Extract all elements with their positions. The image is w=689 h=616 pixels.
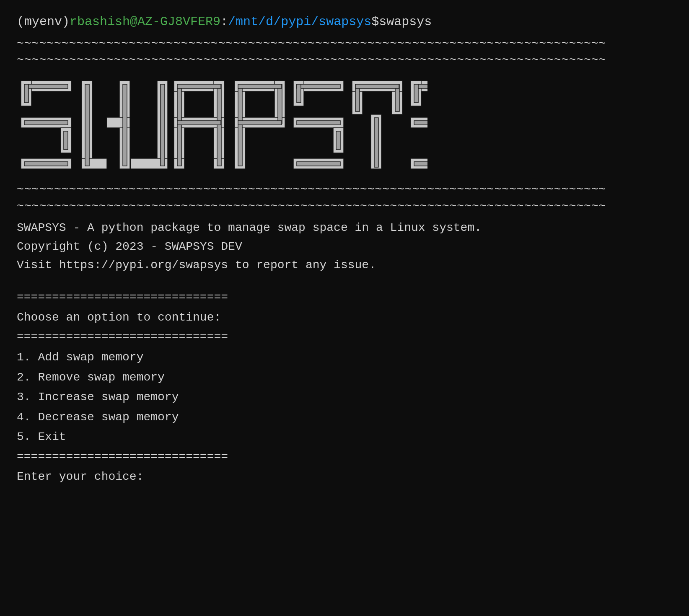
menu-title: Choose an option to continue: <box>17 308 672 328</box>
menu-item-1: 1. Add swap memory <box>17 347 672 368</box>
svg-rect-62 <box>414 121 427 125</box>
menu-item-2: 2. Remove swap memory <box>17 368 672 388</box>
menu-item-3: 3. Increase swap memory <box>17 387 672 407</box>
svg-rect-53 <box>355 84 399 88</box>
svg-rect-46 <box>297 162 340 166</box>
prompt-path: /mnt/d/pypi/swapsys <box>228 13 371 31</box>
svg-rect-64 <box>414 162 427 166</box>
separator-top: ============================== <box>17 287 672 308</box>
tilde-line-4: ~~~~~~~~~~~~~~~~~~~~~~~~~~~~~~~~~~~~~~~~… <box>17 198 672 215</box>
svg-rect-54 <box>374 118 378 167</box>
svg-rect-35 <box>238 84 282 88</box>
info-line-3: Visit https://pypi.org/swapsys to report… <box>17 256 672 275</box>
menu-item-4: 4. Decrease swap memory <box>17 407 672 427</box>
svg-rect-9 <box>24 162 68 166</box>
svg-rect-5 <box>24 84 68 88</box>
svg-rect-34 <box>278 84 282 124</box>
svg-rect-6 <box>24 84 28 103</box>
svg-rect-44 <box>297 121 340 125</box>
svg-rect-7 <box>24 121 68 125</box>
letter-p <box>235 81 285 169</box>
svg-rect-16 <box>85 84 89 166</box>
prompt-dollar: $ <box>371 13 379 31</box>
svg-rect-28 <box>177 121 221 125</box>
letter-s3 <box>411 81 427 169</box>
letter-s2 <box>293 81 344 169</box>
svg-rect-45 <box>336 131 340 150</box>
terminal-prompt: (myenv) rbashish@AZ-GJ8VFER9:/mnt/d/pypi… <box>17 13 672 31</box>
svg-rect-42 <box>297 84 340 88</box>
svg-rect-61 <box>414 84 418 103</box>
tilde-line-2: ~~~~~~~~~~~~~~~~~~~~~~~~~~~~~~~~~~~~~~~~… <box>17 52 672 68</box>
tilde-line-1: ~~~~~~~~~~~~~~~~~~~~~~~~~~~~~~~~~~~~~~~~… <box>17 36 672 52</box>
separator-mid: ============================== <box>17 327 672 347</box>
menu-item-5: 5. Exit <box>17 427 672 447</box>
svg-rect-27 <box>177 84 221 88</box>
info-line-2: Copyright (c) 2023 - SWAPSYS DEV <box>17 238 672 256</box>
info-section: SWAPSYS - A python package to manage swa… <box>17 219 672 275</box>
logo-svg <box>17 77 427 173</box>
info-line-1: SWAPSYS - A python package to manage swa… <box>17 219 672 238</box>
letter-s <box>21 81 71 169</box>
prompt-separator: : <box>220 13 228 31</box>
input-prompt[interactable]: Enter your choice: <box>17 467 672 487</box>
prompt-prefix: (myenv) <box>17 13 70 31</box>
logo-container <box>17 77 672 173</box>
letter-y <box>352 81 402 169</box>
svg-rect-43 <box>297 84 301 103</box>
prompt-command: swapsys <box>379 13 432 31</box>
svg-rect-8 <box>64 131 68 150</box>
prompt-user: rbashish@AZ-GJ8VFER9 <box>70 13 220 31</box>
separator-bottom: ============================== <box>17 447 672 467</box>
letter-a <box>174 81 224 169</box>
svg-rect-18 <box>161 84 165 166</box>
letter-w <box>82 81 168 169</box>
svg-rect-36 <box>238 121 282 125</box>
svg-rect-17 <box>123 84 127 166</box>
menu-section: ============================== Choose an… <box>17 287 672 487</box>
tilde-line-3: ~~~~~~~~~~~~~~~~~~~~~~~~~~~~~~~~~~~~~~~~… <box>17 181 672 198</box>
